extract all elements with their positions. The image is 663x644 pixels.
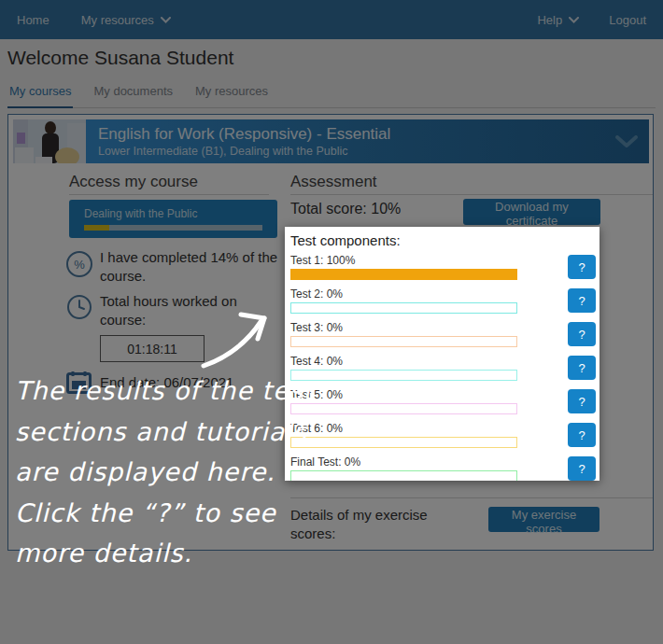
test-component-row: Test 1: 100%? xyxy=(290,255,600,280)
test-component-label: Test 1: 100% xyxy=(290,255,519,267)
test-components-list: Test 1: 100%?Test 2: 0%?Test 3: 0%?Test … xyxy=(290,255,600,481)
help-question-button[interactable]: ? xyxy=(568,423,596,447)
test-component-label: Test 4: 0% xyxy=(290,356,519,368)
annotation-arrow-icon xyxy=(191,308,277,375)
test-component-label: Test 5: 0% xyxy=(290,389,519,401)
test-component-bar xyxy=(290,302,517,314)
test-component-bar xyxy=(290,403,517,414)
annotation-text: The results of the test sections and tut… xyxy=(15,372,314,576)
test-component-row: Test 2: 0%? xyxy=(290,288,600,314)
annotation-line: more details. xyxy=(15,535,314,576)
help-question-button[interactable]: ? xyxy=(568,389,596,413)
test-component-row: Test 6: 0%? xyxy=(290,423,600,448)
help-question-button[interactable]: ? xyxy=(568,288,596,313)
test-component-label: Final Test: 0% xyxy=(290,456,519,469)
test-components-popup: Test components: Test 1: 100%?Test 2: 0%… xyxy=(285,227,600,481)
annotation-line: sections and tutorials xyxy=(15,413,314,455)
test-component-bar xyxy=(290,269,517,280)
test-component-bar-fill xyxy=(291,270,516,279)
annotation-line: Click the “?” to see xyxy=(15,495,314,536)
test-component-row: Final Test: 0%? xyxy=(290,456,600,481)
annotation-line: are displayed here. xyxy=(15,454,314,495)
test-component-label: Test 6: 0% xyxy=(290,423,519,435)
test-component-label: Test 2: 0% xyxy=(290,288,519,301)
annotation-line: The results of the test xyxy=(15,372,314,413)
test-component-row: Test 5: 0%? xyxy=(290,389,600,414)
test-component-bar xyxy=(290,470,517,481)
help-question-button[interactable]: ? xyxy=(568,322,596,346)
test-component-label: Test 3: 0% xyxy=(290,322,519,334)
help-question-button[interactable]: ? xyxy=(568,456,596,481)
test-components-title: Test components: xyxy=(290,232,600,248)
help-question-button[interactable]: ? xyxy=(568,255,596,279)
app-window: Home My resources Help Logout Welcome Su… xyxy=(0,0,663,644)
help-question-button[interactable]: ? xyxy=(568,356,596,380)
test-component-bar xyxy=(290,370,517,381)
test-component-bar xyxy=(290,437,517,448)
test-component-row: Test 4: 0%? xyxy=(290,356,600,381)
test-component-bar xyxy=(290,336,517,347)
test-component-row: Test 3: 0%? xyxy=(290,322,600,347)
